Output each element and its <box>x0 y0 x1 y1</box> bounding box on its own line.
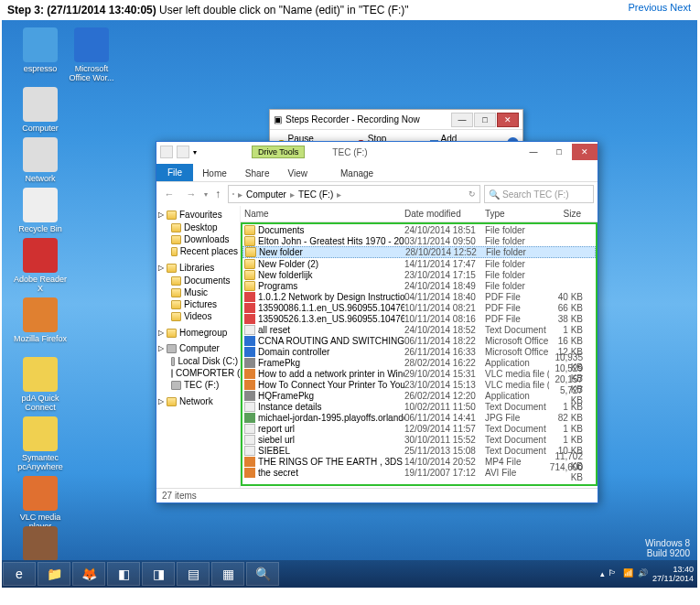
sidebar-item[interactable]: Local Disk (C:) <box>158 355 238 367</box>
folder-icon <box>244 259 255 269</box>
taskbar-button-explorer[interactable]: 📁 <box>38 562 70 586</box>
taskbar-button-app1[interactable]: ◧ <box>107 562 140 586</box>
desktop-icon-espresso[interactable]: espresso <box>13 27 68 73</box>
file-row[interactable]: Domain controller26/11/2014 16:33Microso… <box>242 346 596 357</box>
address-bar[interactable]: ▸ Computer ▸ TEC (F:) ▸ ↻ <box>228 185 480 203</box>
pdf-icon <box>244 292 255 302</box>
nav-forward-button[interactable]: → <box>182 185 200 203</box>
file-row[interactable]: THE RINGS OF THE EARTH , 3DS Max Ani...1… <box>242 456 596 467</box>
sidebar-item[interactable]: Music <box>158 286 238 298</box>
file-row[interactable]: all reset24/10/2014 18:52Text Document1 … <box>242 324 596 335</box>
column-header-date[interactable]: Date modified <box>401 209 481 219</box>
search-icon: 🔍 <box>489 189 500 200</box>
file-row[interactable]: Instance details10/02/2011 11:50Text Doc… <box>242 401 596 412</box>
file-row[interactable]: michael-jordan-1995.playoffs.orlando.206… <box>242 412 596 423</box>
file-row[interactable]: 1.0.1.2 Network by Design Instructions04… <box>242 291 596 302</box>
ribbon-tab-view[interactable]: View <box>279 166 318 181</box>
prev-next-links[interactable]: Previous Next <box>629 2 691 13</box>
search-input[interactable]: 🔍 Search TEC (F:) <box>484 185 594 203</box>
drive-tools-tab[interactable]: Drive Tools <box>252 146 305 158</box>
sidebar-item[interactable]: Desktop <box>158 221 238 233</box>
system-tray[interactable]: ▴ 🏳 📶 🔊 13:40 27/11/2014 <box>600 565 697 583</box>
tray-network-icon[interactable]: 📶 <box>623 568 634 579</box>
nav-up-button[interactable]: ↑ <box>211 188 224 200</box>
maximize-button[interactable]: □ <box>546 144 572 160</box>
sidebar-group[interactable]: ▷Libraries <box>158 263 238 273</box>
tray-chevron-icon[interactable]: ▴ <box>600 569 605 578</box>
tray-volume-icon[interactable]: 🔊 <box>638 568 649 579</box>
nav-back-button[interactable]: ← <box>160 185 178 203</box>
desktop-icon-msword[interactable]: Microsoft Office Wor... <box>64 27 119 82</box>
desktop-icon-vlc[interactable]: VLC media player <box>13 476 68 531</box>
file-row[interactable]: SIEBEL25/11/2013 15:08Text Document10 KB <box>242 445 596 456</box>
addr-refresh-button[interactable]: ↻ <box>468 189 476 199</box>
qat-button[interactable] <box>177 146 189 158</box>
column-header-type[interactable]: Type <box>481 209 545 219</box>
txt-icon <box>244 446 255 456</box>
taskbar-button-search[interactable]: 🔍 <box>246 562 279 586</box>
file-row[interactable]: 13590526.1.3.en_US.960955.10476010/11/20… <box>242 313 596 324</box>
file-row[interactable]: the secret19/11/2007 17:12AVI File714,60… <box>242 467 596 478</box>
ribbon-tab-home[interactable]: Home <box>193 166 236 181</box>
sidebar-group[interactable]: ▷Favourites <box>158 210 238 220</box>
file-row[interactable]: Programs24/10/2014 18:49File folder <box>242 280 596 291</box>
file-row[interactable]: New folderlijk23/10/2014 17:15File folde… <box>242 269 596 280</box>
folder-icon <box>244 270 255 280</box>
ribbon-tab-file[interactable]: File <box>156 164 193 181</box>
desktop-icon-pda[interactable]: pdA Quick Connect <box>13 357 68 412</box>
taskbar-button-firefox[interactable]: 🦊 <box>72 562 105 586</box>
column-header-name[interactable]: Name <box>241 209 401 219</box>
desktop-icon-computer[interactable]: Computer <box>13 87 68 133</box>
minimize-button[interactable]: — <box>451 113 473 127</box>
file-row[interactable]: Documents24/10/2014 18:51File folder <box>242 224 596 235</box>
sidebar-group[interactable]: ▷Homegroup <box>158 328 238 338</box>
desktop-icon-network[interactable]: Network <box>13 137 68 183</box>
file-row[interactable]: Elton John - Greatest Hits 1970 - 200203… <box>242 235 596 246</box>
file-row[interactable]: New Folder (2)14/11/2014 17:47File folde… <box>242 258 596 269</box>
desktop-icon-firefox[interactable]: Mozilla Firefox <box>13 297 68 343</box>
sidebar-item[interactable]: Downloads <box>158 233 238 245</box>
desktop-icon-recyclebin[interactable]: Recycle Bin <box>13 188 68 233</box>
sidebar-item[interactable]: Documents <box>158 275 238 286</box>
sidebar-item[interactable]: TEC (F:) <box>158 379 238 391</box>
file-row[interactable]: New folder28/10/2014 12:52File folder <box>242 246 596 258</box>
file-row[interactable]: FramePkg28/02/2014 16:22Application10,93… <box>242 357 596 368</box>
qat-dropdown[interactable]: ▾ <box>193 148 197 157</box>
file-row[interactable]: HQFramePkg26/02/2014 12:20Application5,7… <box>242 390 596 401</box>
taskbar-button-app2[interactable]: ◨ <box>142 562 175 586</box>
close-button[interactable]: ✕ <box>497 113 519 127</box>
nav-history-dropdown[interactable]: ▾ <box>204 190 208 199</box>
desktop-icon-adobe[interactable]: Adobe Reader X <box>13 238 68 293</box>
maximize-button[interactable]: □ <box>474 113 496 127</box>
taskbar-button-ie[interactable]: e <box>3 562 36 586</box>
sidebar-group[interactable]: ▷Computer <box>158 343 238 353</box>
tray-icon[interactable]: 🏳 <box>608 568 619 579</box>
breadcrumb-item[interactable]: Computer <box>246 189 286 200</box>
file-row[interactable]: siebel url30/10/2011 15:52Text Document1… <box>242 434 596 445</box>
taskbar-button-apps[interactable]: ▦ <box>211 562 244 586</box>
steps-recorder-title: Steps Recorder - Recording Now <box>282 114 450 124</box>
clock[interactable]: 13:40 27/11/2014 <box>652 565 694 583</box>
minimize-button[interactable]: — <box>521 144 546 160</box>
ribbon-tab-manage[interactable]: Manage <box>331 166 382 181</box>
file-row[interactable]: How To Connect Your Printer To Your N...… <box>242 379 596 390</box>
qat-button[interactable] <box>160 146 173 158</box>
desktop-icon-symantec[interactable]: Symantec pcAnywhere <box>13 416 68 471</box>
sidebar-item[interactable]: Recent places <box>158 245 238 257</box>
doc-icon <box>244 347 255 357</box>
column-header-size[interactable]: Size <box>545 209 598 219</box>
breadcrumb-item[interactable]: TEC (F:) <box>298 189 333 200</box>
media-icon <box>244 380 255 390</box>
file-row[interactable]: report url12/09/2014 11:57Text Document1… <box>242 423 596 434</box>
file-row[interactable]: 13590086.1.1.en_US.960955.10476010/11/20… <box>242 302 596 313</box>
sidebar-item[interactable]: Pictures <box>158 298 238 310</box>
file-row[interactable]: How to add a network printer in Windows2… <box>242 368 596 379</box>
close-button[interactable]: ✕ <box>572 144 598 160</box>
file-row[interactable]: CCNA ROUTING AND SWITCHING06/11/2014 18:… <box>242 335 596 346</box>
sidebar-item[interactable]: COMFORTER (D:) <box>158 367 238 379</box>
jpg-icon <box>244 413 255 423</box>
ribbon-tab-share[interactable]: Share <box>236 166 279 181</box>
taskbar-button-app3[interactable]: ▤ <box>177 562 210 586</box>
sidebar-group[interactable]: ▷Network <box>158 396 238 406</box>
sidebar-item[interactable]: Videos <box>158 310 238 322</box>
